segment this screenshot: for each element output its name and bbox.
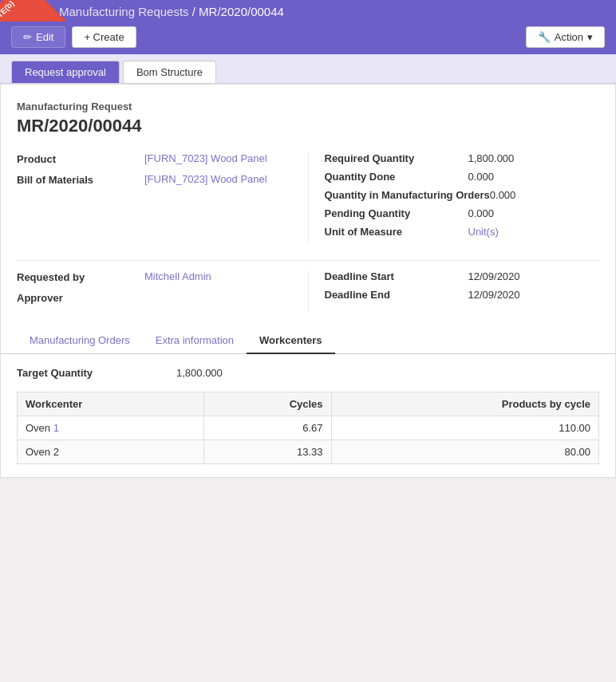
action-label: Action <box>555 31 583 43</box>
chevron-down-icon: ▾ <box>587 31 593 43</box>
qty-done-label: Quantity Done <box>325 171 468 183</box>
workcenters-table: Workcenter Cycles Products by cycle Oven… <box>17 392 599 464</box>
workcenter-link[interactable]: 1 <box>53 422 59 434</box>
action-button[interactable]: 🔧 Action ▾ <box>526 26 605 48</box>
product-value: [FURN_7023] Wood Panel <box>144 152 267 164</box>
tab-manufacturing-orders[interactable]: Manufacturing Orders <box>17 328 143 354</box>
pending-qty-value: 0.000 <box>468 207 495 219</box>
bom-structure-button[interactable]: Bom Structure <box>123 61 216 83</box>
edit-button[interactable]: ✏ Edit <box>11 26 65 48</box>
workcenter-cell: Oven 2 <box>18 440 204 464</box>
deadline-end-label: Deadline End <box>325 289 468 301</box>
requested-by-link[interactable]: Mitchell Admin <box>144 270 211 282</box>
breadcrumb: Manufacturing Requests / MR/2020/00044 <box>11 5 605 18</box>
qty-in-mo-value: 0.000 <box>490 189 516 201</box>
tab-workcenters[interactable]: Workcenters <box>247 328 335 354</box>
workcenter-cell: Oven 1 <box>18 416 204 440</box>
breadcrumb-parent[interactable]: Manufacturing Requests <box>59 5 189 18</box>
table-row: Oven 213.3380.00 <box>18 440 599 464</box>
requested-by-value: Mitchell Admin <box>144 270 211 282</box>
table-row: Oven 16.67110.00 <box>18 416 599 440</box>
section-divider <box>17 260 599 261</box>
uom-value: Unit(s) <box>468 226 499 238</box>
create-button[interactable]: + Create <box>72 26 136 48</box>
tabs-row: Manufacturing Orders Extra information W… <box>1 328 615 354</box>
breadcrumb-current: MR/2020/00044 <box>199 5 284 18</box>
product-label: Product <box>17 152 144 165</box>
uom-label: Unit of Measure <box>325 226 468 238</box>
create-label: + Create <box>84 31 124 43</box>
deadline-start-value: 12/09/2020 <box>468 270 520 282</box>
col-header-workcenter: Workcenter <box>18 392 204 416</box>
breadcrumb-separator: / <box>192 5 199 18</box>
page-title: MR/2020/00044 <box>17 116 599 136</box>
target-qty-value: 1,800.000 <box>176 367 223 379</box>
edit-icon: ✏ <box>23 31 32 43</box>
bom-link[interactable]: [FURN_7023] Wood Panel <box>144 173 267 185</box>
bom-value: [FURN_7023] Wood Panel <box>144 173 267 185</box>
qty-in-mo-label: Quantity in Manufacturing Orders <box>325 189 490 201</box>
products-by-cycle-cell: 110.00 <box>331 416 598 440</box>
cycles-cell: 13.33 <box>204 440 332 464</box>
request-approval-button[interactable]: Request approval <box>11 61 120 83</box>
qty-done-value: 0.000 <box>468 171 495 183</box>
requested-by-label: Requested by <box>17 270 144 283</box>
product-link[interactable]: [FURN_7023] Wood Panel <box>144 152 267 164</box>
bom-label: Bill of Materials <box>17 173 144 186</box>
workcenters-tab-content: Target Quantity 1,800.000 Workcenter Cyc… <box>17 354 599 477</box>
approver-label: Approver <box>17 291 144 304</box>
form-subtitle: Manufacturing Request <box>17 101 599 112</box>
cycles-cell: 6.67 <box>204 416 332 440</box>
pending-qty-label: Pending Quantity <box>325 207 468 219</box>
required-qty-value: 1,800.000 <box>468 152 515 164</box>
deadline-start-label: Deadline Start <box>325 270 468 282</box>
uom-link[interactable]: Unit(s) <box>468 226 499 238</box>
tab-extra-information[interactable]: Extra information <box>143 328 247 354</box>
col-header-cycles: Cycles <box>204 392 332 416</box>
products-by-cycle-cell: 80.00 <box>331 440 598 464</box>
col-header-products-by-cycle: Products by cycle <box>331 392 598 416</box>
deadline-end-value: 12/09/2020 <box>468 289 520 301</box>
wrench-icon: 🔧 <box>538 31 551 43</box>
target-qty-label: Target Quantity <box>17 367 176 379</box>
edit-label: Edit <box>36 31 53 43</box>
required-qty-label: Required Quantity <box>325 152 468 164</box>
